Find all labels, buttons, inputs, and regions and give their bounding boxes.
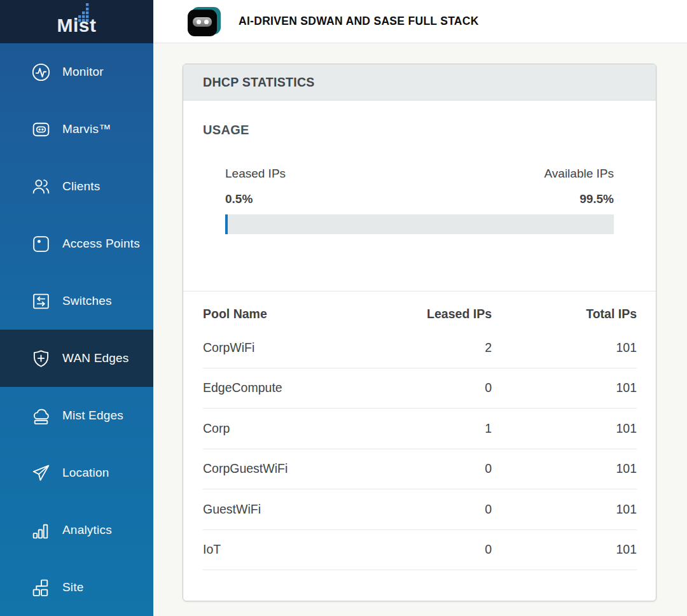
table-row[interactable]: IoT 0 101: [203, 530, 637, 571]
total-ips-cell: 101: [492, 502, 637, 517]
usage-section: USAGE Leased IPs Available IPs 0.5% 99.5…: [183, 101, 656, 291]
leased-ips-cell: 2: [382, 340, 492, 355]
leased-ips-cell: 1: [382, 421, 492, 436]
leased-ips-cell: 0: [382, 461, 492, 476]
leased-ips-cell: 0: [382, 542, 492, 557]
sidebar-item-label: Marvis™: [62, 122, 111, 136]
table-row[interactable]: CorpWiFi 2 101: [203, 328, 637, 368]
leased-ips-cell: 0: [382, 502, 492, 517]
usage-bar-leased: [225, 214, 228, 234]
table-header-row: Pool Name Leased IPs Total IPs: [203, 291, 637, 328]
top-header-bar: AI-DRIVEN SDWAN AND SASE FULL STACK: [153, 0, 687, 43]
mist-logo-text: Mist: [0, 15, 153, 36]
total-ips-cell: 101: [492, 340, 637, 355]
pool-name-cell: Corp: [203, 421, 382, 436]
main-area: AI-DRIVEN SDWAN AND SASE FULL STACK DHCP…: [153, 0, 687, 616]
table-row[interactable]: GuestWiFi 0 101: [203, 489, 637, 530]
sidebar-item-label: Access Points: [62, 237, 140, 251]
sidebar-item-label: Location: [62, 466, 109, 480]
sidebar-item-label: WAN Edges: [62, 351, 129, 365]
leased-ips-percent: 0.5%: [225, 192, 253, 206]
sidebar-item-clients[interactable]: Clients: [0, 158, 153, 215]
available-ips-percent: 99.5%: [579, 192, 614, 206]
sidebar-item-access-points[interactable]: Access Points: [0, 215, 153, 272]
sidebar-item-wan-edges[interactable]: WAN Edges: [0, 330, 153, 387]
column-header-leased-ips: Leased IPs: [382, 307, 492, 321]
total-ips-cell: 101: [492, 461, 637, 476]
sidebar-item-label: Switches: [62, 294, 112, 308]
dhcp-pools-table: Pool Name Leased IPs Total IPs CorpWiFi …: [183, 291, 656, 570]
sidebar-nav: Monitor Marvis™: [0, 43, 153, 616]
sidebar-item-site[interactable]: Site: [0, 559, 153, 616]
pool-name-cell: GuestWiFi: [203, 502, 382, 517]
marvis-robot-icon: [188, 7, 221, 36]
dhcp-statistics-panel: DHCP STATISTICS USAGE Leased IPs Availab…: [183, 64, 656, 601]
column-header-pool-name: Pool Name: [203, 307, 382, 321]
pool-name-cell: EdgeCompute: [203, 381, 382, 395]
panel-title: DHCP STATISTICS: [203, 75, 315, 90]
sidebar-item-label: Site: [62, 580, 84, 594]
marvis-icon: [30, 118, 52, 140]
sidebar: Mist Monitor: [0, 0, 153, 616]
sidebar-item-location[interactable]: Location: [0, 444, 153, 501]
sidebar-item-analytics[interactable]: Analytics: [0, 501, 153, 559]
sidebar-item-label: Monitor: [62, 65, 104, 79]
usage-section-title: USAGE: [203, 123, 636, 137]
leased-ips-cell: 0: [382, 381, 492, 395]
monitor-icon: [30, 61, 52, 83]
analytics-icon: [30, 519, 52, 541]
sidebar-item-monitor[interactable]: Monitor: [0, 43, 153, 101]
total-ips-cell: 101: [492, 542, 637, 557]
pool-name-cell: IoT: [203, 542, 382, 557]
panel-header: DHCP STATISTICS: [183, 64, 656, 101]
usage-progress-bar[interactable]: [225, 214, 614, 234]
mist-logo[interactable]: Mist: [0, 0, 153, 43]
table-row[interactable]: Corp 1 101: [203, 409, 637, 449]
sidebar-item-label: Mist Edges: [62, 409, 123, 423]
sidebar-item-marvis[interactable]: Marvis™: [0, 101, 153, 158]
switches-icon: [30, 290, 52, 312]
pool-name-cell: CorpGuestWiFi: [203, 461, 382, 476]
location-icon: [30, 462, 52, 484]
total-ips-cell: 101: [492, 421, 637, 436]
table-row[interactable]: CorpGuestWiFi 0 101: [203, 449, 637, 490]
total-ips-cell: 101: [492, 381, 637, 395]
pool-name-cell: CorpWiFi: [203, 340, 382, 355]
site-icon: [30, 577, 52, 598]
sidebar-item-mist-edges[interactable]: Mist Edges: [0, 387, 153, 444]
access-points-icon: [30, 233, 52, 255]
clients-icon: [30, 176, 52, 197]
app-window: Mist Monitor: [0, 0, 687, 616]
table-row[interactable]: EdgeCompute 0 101: [203, 368, 637, 409]
wan-edges-icon: [30, 347, 52, 369]
leased-ips-label: Leased IPs: [225, 167, 286, 181]
sidebar-item-label: Analytics: [62, 523, 112, 537]
content-area: DHCP STATISTICS USAGE Leased IPs Availab…: [153, 43, 687, 616]
mist-edges-icon: [30, 405, 52, 426]
available-ips-label: Available IPs: [545, 167, 614, 181]
page-title: AI-DRIVEN SDWAN AND SASE FULL STACK: [239, 15, 479, 28]
sidebar-item-switches[interactable]: Switches: [0, 272, 153, 330]
column-header-total-ips: Total IPs: [492, 307, 637, 321]
sidebar-item-label: Clients: [62, 179, 100, 193]
